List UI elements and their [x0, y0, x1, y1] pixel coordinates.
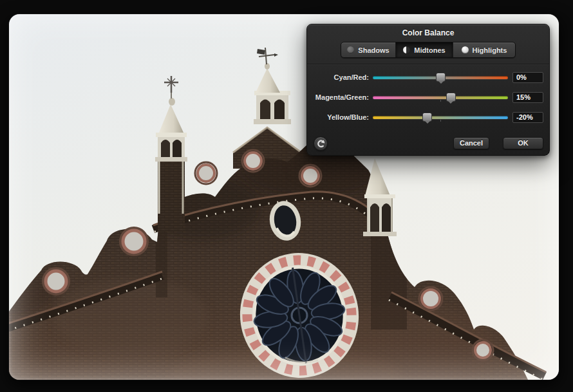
cross-finial-left	[164, 76, 178, 93]
tab-shadows-label: Shadows	[358, 46, 389, 54]
tab-midtones[interactable]: Midtones	[396, 42, 453, 57]
ok-button[interactable]: OK	[503, 137, 543, 149]
tab-highlights[interactable]: Highlights	[453, 42, 515, 57]
yellow-blue-label: Yellow/Blue:	[307, 113, 369, 121]
tab-midtones-label: Midtones	[414, 46, 445, 54]
dialog-title: Color Balance	[307, 24, 549, 37]
tonal-range-segmented-control: Shadows Midtones Highlights	[341, 42, 516, 58]
cyan-red-slider[interactable]	[373, 71, 508, 83]
magenta-green-track[interactable]	[373, 96, 508, 99]
bell-tower-middle	[254, 48, 291, 124]
yellow-blue-track[interactable]	[373, 116, 508, 119]
reset-button[interactable]	[314, 136, 328, 151]
cyan-red-label: Cyan/Red:	[307, 73, 369, 81]
tab-highlights-label: Highlights	[473, 46, 507, 54]
undo-arrow-icon	[316, 139, 325, 148]
magenta-green-thumb[interactable]	[446, 93, 456, 102]
yellow-blue-thumb[interactable]	[422, 113, 432, 122]
church-facade	[9, 126, 546, 380]
highlights-circle-icon	[462, 46, 469, 53]
magenta-green-value-field[interactable]	[512, 92, 543, 103]
color-balance-dialog: Color Balance Shadows Midtones Highlight…	[306, 24, 550, 156]
cyan-red-slider-row: Cyan/Red:	[307, 71, 549, 83]
yellow-blue-value-field[interactable]	[512, 112, 543, 123]
slider-group: Cyan/Red: Magenta/Green: Yellow/Blue:	[307, 71, 549, 131]
magenta-green-slider[interactable]	[373, 91, 508, 103]
cyan-red-value-field[interactable]	[512, 72, 543, 83]
dialog-header: Color Balance Shadows Midtones Highlight…	[307, 24, 549, 64]
yellow-blue-slider[interactable]	[373, 111, 508, 123]
bell-tower-left	[155, 76, 187, 232]
shadows-circle-icon	[347, 46, 354, 53]
magenta-green-label: Magenta/Green:	[307, 93, 369, 101]
tab-shadows[interactable]: Shadows	[341, 42, 396, 57]
cyan-red-thumb[interactable]	[436, 73, 446, 82]
cancel-button[interactable]: Cancel	[453, 137, 489, 149]
center-tick	[440, 100, 441, 102]
yellow-blue-slider-row: Yellow/Blue:	[307, 111, 549, 123]
weathervane	[257, 48, 278, 64]
center-tick	[440, 120, 441, 122]
midtones-half-circle-icon	[403, 46, 410, 53]
magenta-green-slider-row: Magenta/Green:	[307, 91, 549, 103]
